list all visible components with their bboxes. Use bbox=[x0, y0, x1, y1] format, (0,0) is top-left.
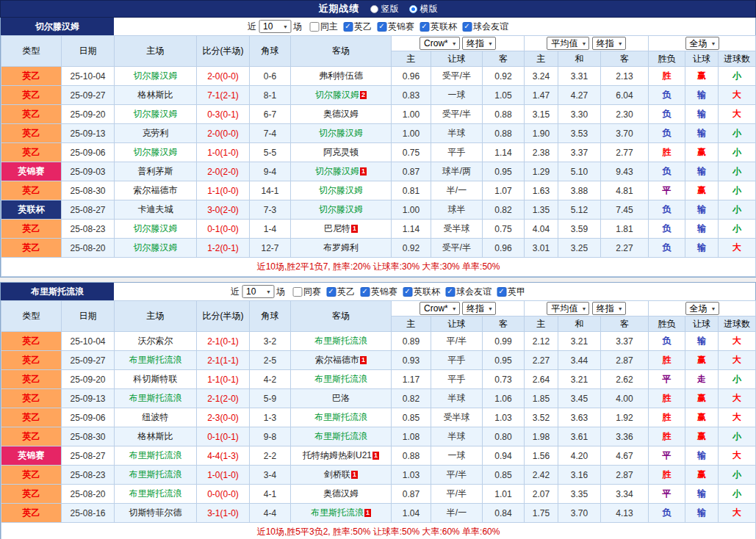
odds-home: 0.75 bbox=[392, 143, 431, 162]
odds-time-select[interactable]: 终指▼ bbox=[592, 37, 626, 50]
filter-checkbox-1[interactable]: 同主 bbox=[309, 21, 338, 33]
sub-handicap: 让球 bbox=[431, 51, 483, 67]
team-link: 巴洛 bbox=[332, 393, 350, 403]
avg-away: 6.04 bbox=[601, 86, 649, 105]
avg-away: 3.36 bbox=[601, 427, 649, 446]
score-cell: 1-2(0-1) bbox=[197, 239, 250, 258]
result-goals: 大 bbox=[719, 389, 756, 408]
home-team-cell: 切尔滕汉姆 bbox=[115, 143, 197, 162]
away-team-cell: 布里斯托流浪 bbox=[291, 408, 392, 427]
avg-away: 3.37 bbox=[601, 332, 649, 351]
match-count-select[interactable]: 10 ▼ bbox=[259, 20, 291, 33]
result-outcome: 胜 bbox=[649, 408, 685, 427]
avg-home: 1.29 bbox=[525, 162, 558, 181]
filter-checkbox-6[interactable]: 英甲 bbox=[497, 286, 525, 298]
chevron-down-icon: ▼ bbox=[581, 306, 586, 311]
scope-select[interactable]: 全场▼ bbox=[685, 37, 719, 50]
home-team-cell: 普利茅斯 bbox=[115, 162, 197, 181]
filter-checkbox-4[interactable]: 英联杯 bbox=[420, 21, 457, 33]
result-handicap: 赢 bbox=[685, 389, 719, 408]
filter-checkbox-3[interactable]: 英锦赛 bbox=[360, 286, 397, 298]
filter-checkbox-3[interactable]: 英锦赛 bbox=[377, 21, 414, 33]
match-count-select[interactable]: 10 ▼ bbox=[242, 285, 274, 298]
filter-checkbox-2[interactable]: 英乙 bbox=[343, 21, 372, 33]
red-card-badge: 1 bbox=[372, 452, 379, 460]
date-cell: 25-09-27 bbox=[62, 351, 115, 370]
page-title: 近期战绩 bbox=[319, 2, 360, 15]
filter-checkbox-5[interactable]: 球会友谊 bbox=[462, 21, 508, 33]
corner-cell: 8-1 bbox=[250, 86, 291, 105]
team-link: 巴尼特 bbox=[324, 223, 350, 234]
checkbox-label: 英乙 bbox=[337, 286, 355, 298]
odds-home: 1.17 bbox=[392, 370, 431, 389]
col-score: 比分(半场) bbox=[197, 301, 250, 332]
result-outcome: 胜 bbox=[649, 389, 685, 408]
match-row: 英联杯25-08-27卡迪夫城3-0(2-0)7-3切尔滕汉姆1.00球半0.8… bbox=[1, 200, 756, 220]
league-cell: 英乙 bbox=[1, 389, 62, 408]
avg-home: 4.04 bbox=[525, 220, 558, 239]
date-cell: 25-09-27 bbox=[62, 86, 115, 105]
avg-away: 2.30 bbox=[601, 105, 649, 124]
view-option-1[interactable]: 竖版 bbox=[370, 3, 399, 15]
filter-checkbox-2[interactable]: 英乙 bbox=[326, 286, 355, 298]
away-team-cell: 托特纳姆热刺U211 bbox=[291, 446, 392, 466]
odds-time-select[interactable]: 终指▼ bbox=[462, 37, 496, 50]
odds-home: 1.00 bbox=[392, 105, 431, 124]
red-card-badge: 1 bbox=[360, 167, 367, 176]
filter-checkbox-4[interactable]: 英联杯 bbox=[403, 286, 440, 298]
handicap-line: 受半球 bbox=[431, 408, 483, 427]
odds-group-average: 平均值▼ 终指▼ bbox=[525, 301, 649, 316]
team-link: 索尔福德市 bbox=[315, 355, 359, 365]
team-link: 布里斯托流浪 bbox=[314, 412, 367, 422]
odds-time-select[interactable]: 终指▼ bbox=[592, 302, 626, 315]
checkbox-label: 英联杯 bbox=[431, 21, 457, 33]
view-option-label: 竖版 bbox=[381, 3, 399, 15]
result-goals: 大 bbox=[719, 239, 756, 258]
odds-away: 1.03 bbox=[483, 408, 525, 427]
average-select[interactable]: 平均值▼ bbox=[547, 302, 589, 315]
view-option-2[interactable]: 横版 bbox=[409, 3, 438, 15]
checkbox-icon bbox=[497, 287, 506, 297]
score-cell: 2-1(0-1) bbox=[197, 332, 250, 351]
odds-home: 1.03 bbox=[392, 466, 431, 485]
result-goals: 大 bbox=[719, 351, 756, 370]
team-link: 纽波特 bbox=[143, 412, 169, 422]
avg-draw: 3.37 bbox=[558, 143, 601, 162]
score-cell: 0-1(0-1) bbox=[197, 427, 250, 446]
away-team-cell: 切尔滕汉姆 bbox=[291, 124, 392, 143]
date-cell: 25-08-16 bbox=[62, 504, 115, 523]
corner-cell: 0-6 bbox=[250, 67, 291, 86]
date-cell: 25-09-06 bbox=[62, 408, 115, 427]
team-link: 布里斯托流浪 bbox=[129, 469, 182, 480]
match-row: 英锦赛25-09-03普利茅斯2-0(2-0)9-4切尔滕汉姆10.87球半/两… bbox=[1, 162, 756, 181]
team-link: 剑桥联 bbox=[324, 469, 350, 480]
team-name: 布里斯托流浪 bbox=[1, 283, 114, 300]
result-outcome: 负 bbox=[649, 200, 685, 220]
match-row: 英乙25-09-13布里斯托流浪2-1(2-0)5-9巴洛0.82半球1.061… bbox=[1, 389, 756, 408]
avg-home: 1.47 bbox=[525, 86, 558, 105]
scope-select[interactable]: 全场▼ bbox=[685, 302, 719, 315]
match-count-value: 10 bbox=[246, 286, 256, 297]
bookmaker-select[interactable]: Crow*▼ bbox=[420, 37, 460, 50]
score-cell: 0-3(0-1) bbox=[197, 105, 250, 124]
checkbox-icon bbox=[462, 22, 472, 32]
date-cell: 25-09-20 bbox=[62, 370, 115, 389]
col-corner: 角球 bbox=[250, 36, 291, 67]
checkbox-icon bbox=[292, 287, 302, 297]
sub-outcome: 胜负 bbox=[649, 316, 685, 332]
handicap-line: 平/半 bbox=[431, 485, 483, 504]
filter-checkbox-5[interactable]: 球会友谊 bbox=[445, 286, 492, 298]
match-row: 英乙25-08-16切斯特菲尔德3-1(1-0)4-4布里斯托流浪11.04半/… bbox=[1, 504, 756, 523]
date-cell: 25-08-23 bbox=[62, 220, 115, 239]
odds-time-select[interactable]: 终指▼ bbox=[462, 302, 496, 315]
average-select[interactable]: 平均值▼ bbox=[547, 37, 589, 50]
red-card-badge: 2 bbox=[360, 91, 367, 99]
filter-checkbox-1[interactable]: 同赛 bbox=[292, 286, 321, 298]
team-bar: 切尔滕汉姆 近 10 ▼ 场 同主英乙英锦赛英联杯球会友谊 bbox=[1, 18, 755, 35]
sub-goals: 进球数 bbox=[719, 51, 756, 67]
bookmaker-select[interactable]: Crow*▼ bbox=[420, 302, 460, 315]
handicap-line: 球半 bbox=[431, 200, 483, 220]
team-link: 布里斯托流浪 bbox=[311, 507, 364, 518]
chevron-down-icon: ▼ bbox=[452, 41, 457, 46]
match-row: 英乙25-08-30索尔福德市1-1(0-0)14-1切尔滕汉姆0.81半/一1… bbox=[1, 181, 756, 200]
